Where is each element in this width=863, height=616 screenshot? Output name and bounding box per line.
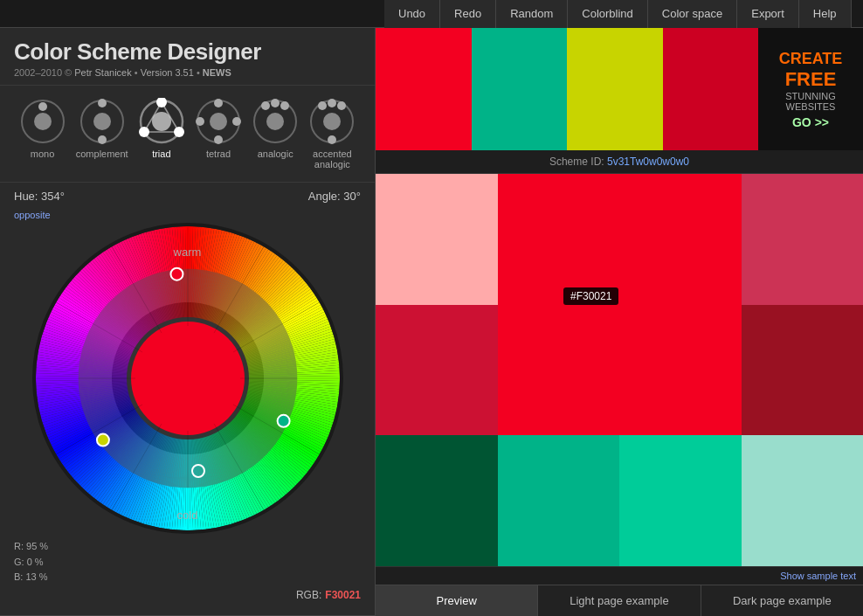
svg-point-16 xyxy=(210,113,227,130)
b-value: 13 % xyxy=(25,571,47,582)
show-sample-text-link[interactable]: Show sample text xyxy=(376,566,863,585)
svg-point-4 xyxy=(93,113,111,130)
svg-point-27 xyxy=(323,113,341,130)
app-subtitle: 2002–2010 © Petr Stanicek • Version 3.51… xyxy=(14,67,361,78)
svg-point-5 xyxy=(98,99,107,107)
svg-point-20 xyxy=(196,117,204,126)
rgb-percentages: R: 95 % G: 0 % B: 13 % xyxy=(14,539,361,585)
color-cell-r1c3[interactable] xyxy=(742,305,864,436)
svg-point-18 xyxy=(232,117,241,126)
color-cell-r0c3[interactable] xyxy=(742,174,864,305)
hue-angle-row: Hue: 354° Angle: 30° xyxy=(14,190,361,203)
export-button[interactable]: Export xyxy=(737,0,799,28)
ad-banner[interactable]: CREATE FREE STUNNING WEBSITES GO >> xyxy=(758,28,863,150)
opposite-link[interactable]: opposite xyxy=(14,210,51,220)
colorspace-button[interactable]: Color space xyxy=(648,0,737,28)
color-cell-r2c3[interactable] xyxy=(742,435,864,566)
separator2: • xyxy=(197,67,203,78)
scheme-type-mono[interactable]: mono xyxy=(16,94,70,173)
undo-button[interactable]: Undo xyxy=(384,0,440,28)
scheme-id-label: Scheme ID: xyxy=(549,156,604,168)
color-grid xyxy=(376,174,863,566)
r-label: R: xyxy=(14,541,26,551)
tetrad-icon xyxy=(195,98,242,145)
scheme-id-link[interactable]: 5v31Tw0w0w0w0 xyxy=(607,156,689,168)
scheme-type-triad[interactable]: triad xyxy=(135,94,189,173)
complement-label: complement xyxy=(76,149,128,159)
scheme-type-tetrad[interactable]: tetrad xyxy=(191,94,245,173)
svg-point-23 xyxy=(271,99,280,107)
rgb-hex-display: RGB: F30021 xyxy=(14,585,361,605)
svg-point-2 xyxy=(38,102,47,111)
color-cell-r2c0[interactable] xyxy=(376,435,498,566)
help-button[interactable]: Help xyxy=(799,0,852,28)
top-swatches: CREATE FREE STUNNING WEBSITES GO >> xyxy=(376,28,863,150)
warm-label: warm xyxy=(174,246,202,259)
copyright-text: 2002–2010 © xyxy=(14,67,74,78)
separator1: • xyxy=(135,67,141,78)
g-value: 0 % xyxy=(27,557,44,567)
mono-icon xyxy=(19,98,66,145)
author-link[interactable]: Petr Stanicek xyxy=(74,67,131,78)
tab-light-page[interactable]: Light page example xyxy=(538,585,701,616)
random-button[interactable]: Random xyxy=(496,0,568,28)
scheme-type-accented-analogic[interactable]: accentedanalogic xyxy=(305,94,359,173)
scheme-id-row: Scheme ID: 5v31Tw0w0w0w0 xyxy=(376,150,863,174)
analogic-icon xyxy=(252,98,299,145)
version-link[interactable]: Version 3.51 xyxy=(141,67,194,78)
scheme-type-complement[interactable]: complement xyxy=(72,94,132,173)
tab-preview[interactable]: Preview xyxy=(376,585,538,616)
color-cell-r1c2[interactable] xyxy=(619,305,742,436)
scheme-type-selector: mono complement xyxy=(0,86,375,183)
color-cell-r2c1[interactable] xyxy=(498,435,620,566)
color-wheel[interactable]: warm cold xyxy=(31,221,345,536)
g-label: G: xyxy=(14,557,27,567)
ad-websites-text: WEBSITES xyxy=(786,101,836,112)
preview-tabs: Preview Light page example Dark page exa… xyxy=(376,585,863,616)
swatch-teal[interactable] xyxy=(472,28,568,150)
color-cell-r2c2[interactable] xyxy=(619,435,742,566)
swatch-darkred[interactable] xyxy=(663,28,759,150)
swatch-red[interactable] xyxy=(376,28,472,150)
analogic-label: analogic xyxy=(258,149,293,159)
angle-display: Angle: 30° xyxy=(308,190,361,203)
color-cell-r1c1[interactable] xyxy=(498,305,620,436)
svg-point-30 xyxy=(318,101,327,110)
scheme-type-analogic[interactable]: analogic xyxy=(248,94,302,173)
hue-display: Hue: 354° xyxy=(14,190,65,203)
triad-icon xyxy=(138,98,185,145)
accented-analogic-icon xyxy=(308,98,356,145)
color-cell-r0c2[interactable] xyxy=(619,174,742,305)
svg-point-17 xyxy=(214,99,223,107)
hue-label-text: Hue: xyxy=(14,190,38,203)
swatch-lime[interactable] xyxy=(567,28,663,150)
svg-point-31 xyxy=(328,135,336,144)
svg-point-19 xyxy=(214,135,223,144)
redo-button[interactable]: Redo xyxy=(440,0,496,28)
ad-free-text: FREE xyxy=(785,68,837,91)
primary-color-dot[interactable] xyxy=(191,464,205,478)
svg-point-25 xyxy=(261,101,270,110)
svg-point-28 xyxy=(328,99,336,107)
complement-icon xyxy=(79,98,126,145)
rgb-label: RGB: xyxy=(296,589,321,601)
preview-area: #F30021 xyxy=(376,174,863,566)
color-cell-r1c0[interactable] xyxy=(376,305,498,436)
rgb-values-section: R: 95 % G: 0 % B: 13 % RGB: F30021 xyxy=(14,536,361,608)
app-header: Color Scheme Designer 2002–2010 © Petr S… xyxy=(0,28,375,86)
tab-dark-page[interactable]: Dark page example xyxy=(701,585,863,616)
news-link[interactable]: NEWS xyxy=(203,67,231,78)
svg-point-1 xyxy=(34,113,52,130)
app-title: Color Scheme Designer xyxy=(14,38,361,66)
main-layout: Color Scheme Designer 2002–2010 © Petr S… xyxy=(0,28,863,616)
ad-create-text: CREATE xyxy=(779,50,843,68)
colorblind-button[interactable]: Colorblind xyxy=(568,0,648,28)
svg-point-24 xyxy=(280,101,289,110)
wheel-canvas[interactable] xyxy=(31,221,345,536)
ad-stunning-text: STUNNING xyxy=(785,91,835,101)
svg-point-29 xyxy=(337,101,346,110)
angle-label-text: Angle: xyxy=(308,190,341,203)
angle-value: 30° xyxy=(343,190,361,203)
color-cell-r0c1[interactable] xyxy=(498,174,620,305)
color-cell-r0c0[interactable] xyxy=(376,174,498,305)
